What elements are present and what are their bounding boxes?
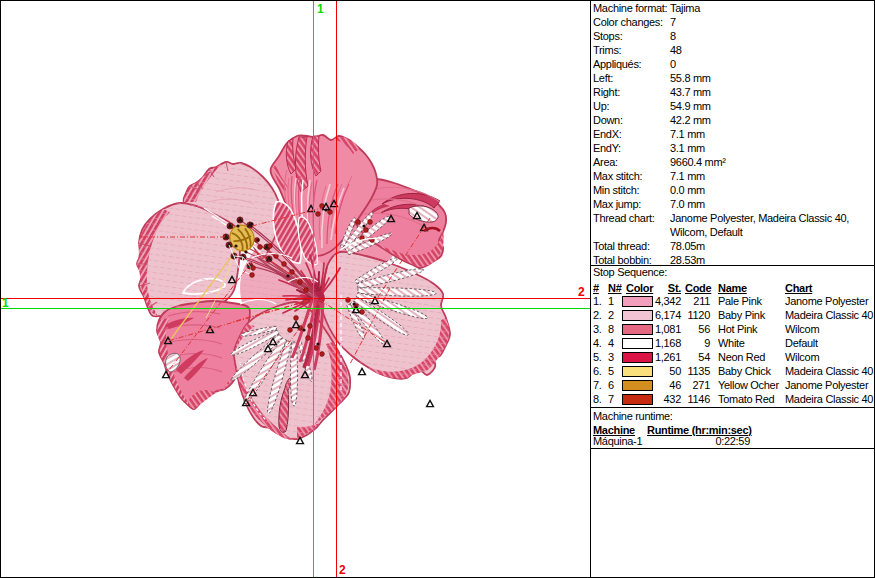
svg-text:1: 1: [317, 2, 324, 16]
svg-text:1: 1: [2, 296, 9, 310]
svg-text:2: 2: [578, 285, 585, 299]
svg-text:2: 2: [339, 563, 346, 577]
